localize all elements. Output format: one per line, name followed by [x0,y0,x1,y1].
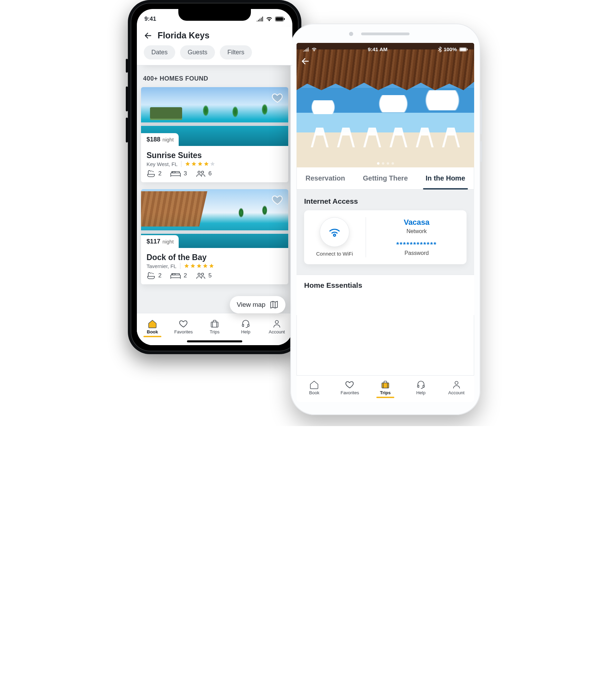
bluetooth-icon [438,47,442,52]
search-header: Florida Keys Dates Guests Filters [137,27,292,65]
tab-book[interactable]: Book [304,380,325,395]
battery-text: 100% [444,46,457,52]
svg-rect-4 [172,172,175,173]
price-badge: $188 night [141,133,179,146]
headset-icon [416,380,426,389]
listing-name: Sunrise Suites [147,151,283,160]
svg-rect-7 [171,275,180,278]
status-time: 9:41 AM [368,46,387,52]
page-title: Florida Keys [158,30,209,40]
heart-icon[interactable] [272,194,283,206]
tab-account[interactable]: Account [266,319,287,334]
tab-label: Help [241,329,251,334]
guest-count: 6 [208,170,212,177]
svg-rect-1 [276,17,283,21]
svg-point-17 [455,381,458,385]
connect-wifi-button[interactable] [320,217,349,247]
listing-hero: $117 night [141,189,288,248]
person-icon [452,380,461,389]
svg-rect-16 [382,383,389,388]
trip-hero: 9:41 AM 100% [297,43,474,167]
cloud [378,95,416,112]
price: $188 [147,136,160,143]
listing-card[interactable]: $188 night Sunrise Suites Key West, FL [141,87,288,182]
wifi-card: Connect to WiFi Vacasa Network *********… [304,210,467,264]
tab-in-the-home[interactable]: In the Home [424,167,467,189]
tab-label: Book [309,390,320,395]
heart-icon [179,319,188,328]
bed-count: 3 [184,170,187,177]
back-arrow-icon[interactable] [300,56,310,66]
earpiece [361,33,410,35]
listing-name: Dock of the Bay [147,253,283,262]
heart-icon [345,380,355,389]
notch [178,9,251,21]
bath-icon [147,170,156,177]
svg-rect-3 [171,173,180,176]
tab-label: Favorites [340,390,359,395]
tab-trips[interactable]: Trips [204,319,225,334]
rating-stars [184,263,214,269]
back-arrow-icon[interactable] [143,31,153,40]
price-badge: $117 night [141,235,179,248]
results-count: 400+ HOMES FOUND [143,75,286,82]
svg-point-10 [201,273,204,275]
tab-label: Trips [380,390,391,395]
home-essentials-section: Home Essentials [297,275,474,315]
guests-chip[interactable]: Guests [180,45,215,59]
svg-point-9 [198,273,200,275]
bath-count: 2 [158,272,161,279]
svg-point-12 [275,321,279,324]
price-unit: night [162,137,174,142]
tab-help[interactable]: Help [235,319,256,334]
tab-label: Favorites [174,329,192,334]
tab-account[interactable]: Account [446,380,467,395]
bath-count: 2 [158,170,161,177]
divider [366,217,366,257]
tab-favorites[interactable]: Favorites [339,380,360,395]
rating-stars [185,161,215,167]
wifi-password[interactable]: ************ [396,241,437,249]
tab-trips[interactable]: Trips [375,380,396,395]
bed-count: 2 [184,272,187,279]
tab-label: Book [147,329,158,334]
tab-book[interactable]: Book [142,319,163,334]
tab-label: Account [269,329,285,334]
tab-label: Help [416,390,425,395]
status-time: 9:41 [144,16,156,22]
signal-icon [303,47,309,52]
battery-icon [459,47,468,52]
person-icon [272,319,282,328]
heart-icon[interactable] [272,92,283,104]
view-map-button[interactable]: View map [230,296,285,313]
tab-help[interactable]: Help [411,380,431,395]
svg-rect-2 [284,18,285,20]
bottom-nav: Book Favorites Trips Help Account [297,375,474,402]
tab-favorites[interactable]: Favorites [173,319,194,334]
signal-icon [256,17,263,21]
svg-point-6 [201,171,204,173]
price: $117 [147,238,160,245]
svg-rect-11 [211,322,218,327]
dates-chip[interactable]: Dates [144,45,175,59]
phone-left-frame: 9:41 Florida Keys Dates Guest [128,0,301,354]
listing-card[interactable]: $117 night Dock of the Bay Tavernier, FL [141,189,288,284]
section-title: Internet Access [304,197,467,205]
divider [180,263,180,269]
section-title: Home Essentials [304,281,467,289]
price-unit: night [162,239,174,245]
suitcase-icon [380,380,390,389]
headset-icon [241,319,251,328]
tab-getting-there[interactable]: Getting There [361,167,409,189]
filters-chip[interactable]: Filters [220,45,252,59]
wifi-icon [311,47,317,52]
connect-wifi-label: Connect to WiFi [316,250,353,257]
tab-reservation[interactable]: Reservation [304,167,347,189]
bath-icon [147,272,156,279]
divider [181,161,181,167]
cloud [311,100,342,114]
house-icon [309,380,319,389]
carousel-dots[interactable] [297,162,474,165]
listing-hero: $188 night [141,87,288,146]
wifi-network-label: Network [406,228,427,234]
